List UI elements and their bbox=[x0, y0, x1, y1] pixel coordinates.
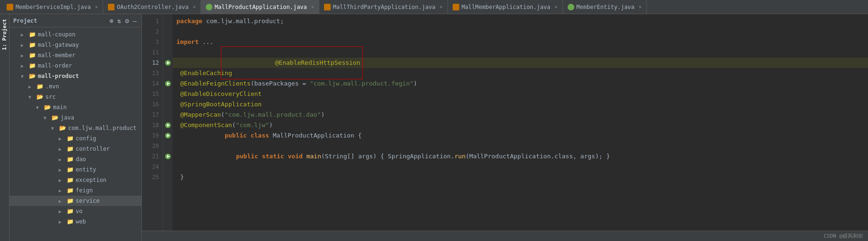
folder-open-icon: 📂 bbox=[28, 72, 36, 80]
close-icon[interactable]: × bbox=[95, 4, 98, 9]
leaf-gutter-icon bbox=[165, 60, 171, 66]
expand-arrow: ▶ bbox=[59, 157, 64, 162]
add-icon[interactable]: ⊕ bbox=[108, 17, 114, 25]
tree-item-config[interactable]: ▶ 📁 config bbox=[9, 133, 141, 144]
kw-static: static bbox=[262, 153, 288, 160]
main-layout: 1: Project Project ⊕ ⇅ ⚙ — ▶ 📁 mall-coup… bbox=[0, 14, 868, 241]
settings-icon[interactable]: ⚙ bbox=[124, 17, 130, 25]
line-num-3: 3 bbox=[142, 37, 159, 47]
tree-item-controller[interactable]: ▶ 📁 controller bbox=[9, 144, 141, 154]
tree-item-src[interactable]: ▼ 📂 src bbox=[9, 92, 141, 102]
code-editor[interactable]: 1 2 3 11 12 13 14 15 16 17 18 19 20 21 2… bbox=[142, 14, 868, 231]
code-content[interactable]: package com.ljw.mall.product; import ...… bbox=[173, 14, 868, 231]
close-sidebar-icon[interactable]: — bbox=[132, 17, 138, 25]
tree-item-mvn[interactable]: ▶ 📁 .mvn bbox=[9, 81, 141, 92]
tree-item-vo[interactable]: ▶ 📁 vo bbox=[9, 206, 141, 216]
tree-item-mall-order[interactable]: ▶ 📁 mall-order bbox=[9, 60, 141, 71]
gutter-18 bbox=[163, 120, 173, 130]
tree-label: java bbox=[61, 114, 74, 121]
code-line-21: public static void main(String[] args) {… bbox=[173, 151, 868, 162]
gutter-15 bbox=[163, 89, 173, 99]
line-num-12: 12 bbox=[142, 58, 159, 68]
tree-label: config bbox=[76, 135, 96, 142]
annotation-enable-caching: @EnableCaching bbox=[180, 69, 232, 77]
code-line-24 bbox=[173, 162, 868, 172]
collapse-icon[interactable]: ⇅ bbox=[116, 17, 122, 25]
folder-open-icon: 📂 bbox=[44, 103, 51, 111]
java-icon bbox=[7, 4, 13, 10]
expand-arrow: ▶ bbox=[59, 198, 64, 204]
run-gutter-icon[interactable] bbox=[165, 132, 171, 139]
tab-MemberServiceImpl[interactable]: MemberServiceImpl.java × bbox=[2, 0, 103, 14]
project-tab-label[interactable]: 1: Project bbox=[0, 17, 9, 52]
spring-icon bbox=[568, 4, 574, 10]
tree-item-entity[interactable]: ▶ 📁 entity bbox=[9, 164, 141, 175]
tree-item-com-ljw-mall-product[interactable]: ▼ 📂 com.ljw.mall.product bbox=[9, 123, 141, 133]
tree-label: entity bbox=[76, 166, 96, 173]
leaf-gutter-icon2 bbox=[165, 80, 171, 87]
expand-arrow: ▶ bbox=[59, 136, 64, 141]
folder-icon: 📁 bbox=[28, 62, 36, 69]
tab-OAuth2Controller[interactable]: OAuth2Controller.java × bbox=[103, 0, 201, 14]
expand-arrow: ▶ bbox=[21, 43, 26, 48]
line-num-1: 1 bbox=[142, 16, 159, 26]
tab-label: MallProductApplication.java bbox=[215, 4, 307, 10]
tree-item-web[interactable]: ▶ 📁 web bbox=[9, 216, 141, 227]
feign-params: (basePackages = bbox=[251, 80, 310, 87]
close-icon[interactable]: × bbox=[639, 4, 641, 9]
tree-item-service[interactable]: ▶ 📁 service bbox=[9, 196, 141, 206]
sidebar-tree[interactable]: ▶ 📁 mall-coupon ▶ 📁 mall-gateway ▶ 📁 mal… bbox=[9, 27, 141, 241]
tree-item-mall-gateway[interactable]: ▶ 📁 mall-gateway bbox=[9, 40, 141, 50]
tab-label: MallMemberApplication.java bbox=[462, 4, 551, 10]
tab-label: MemberServiceImpl.java bbox=[16, 4, 91, 10]
line-num-13: 13 bbox=[142, 68, 159, 78]
line-num-25: 25 bbox=[142, 172, 159, 182]
tree-item-feign[interactable]: ▶ 📁 feign bbox=[9, 185, 141, 196]
folder-icon: 📁 bbox=[66, 135, 74, 142]
tree-item-dao[interactable]: ▶ 📁 dao bbox=[9, 154, 141, 164]
gutter-21[interactable] bbox=[163, 151, 173, 162]
mapper-open: ( bbox=[221, 111, 225, 118]
left-panel: 1: Project Project ⊕ ⇅ ⚙ — ▶ 📁 mall-coup… bbox=[0, 14, 142, 241]
folder-icon: 📁 bbox=[36, 83, 44, 90]
status-label: CSDN @硕风和炬 bbox=[824, 232, 863, 240]
close-icon[interactable]: × bbox=[311, 4, 314, 9]
tree-item-mall-product[interactable]: ▼ 📂 mall-product bbox=[9, 71, 141, 81]
gutter-13 bbox=[163, 68, 173, 78]
folder-icon: 📁 bbox=[66, 187, 74, 194]
gutter-25 bbox=[163, 172, 173, 182]
close-icon[interactable]: × bbox=[440, 4, 443, 9]
close-icon[interactable]: × bbox=[554, 4, 557, 9]
gutter-19[interactable] bbox=[163, 130, 173, 141]
folder-open-icon: 📂 bbox=[36, 93, 44, 101]
tab-MallMemberApplication[interactable]: MallMemberApplication.java × bbox=[448, 0, 563, 14]
folder-icon: 📁 bbox=[28, 41, 36, 49]
tree-label: dao bbox=[76, 156, 86, 163]
expand-arrow: ▶ bbox=[21, 53, 26, 58]
tree-label: mall-gateway bbox=[38, 42, 79, 48]
run-gutter-icon2[interactable] bbox=[165, 153, 171, 160]
tree-item-mall-coupon[interactable]: ▶ 📁 mall-coupon bbox=[9, 29, 141, 40]
close-icon[interactable]: × bbox=[193, 4, 196, 9]
tab-MallProductApplication[interactable]: MallProductApplication.java × bbox=[201, 0, 319, 14]
tab-bar: MemberServiceImpl.java × OAuth2Controlle… bbox=[0, 0, 868, 14]
mapper-string: "com.ljw.mall.product.dao" bbox=[225, 111, 321, 118]
tree-label: .mvn bbox=[45, 83, 59, 90]
brace-close: } bbox=[180, 173, 184, 181]
expand-arrow: ▶ bbox=[59, 146, 64, 152]
folder-icon: 📁 bbox=[66, 145, 74, 153]
tree-item-mall-member[interactable]: ▶ 📁 mall-member bbox=[9, 50, 141, 60]
java-icon bbox=[453, 4, 459, 10]
tree-item-main[interactable]: ▼ 📂 main bbox=[9, 102, 141, 112]
expand-arrow: ▶ bbox=[59, 167, 64, 172]
tree-item-java[interactable]: ▼ 📂 java bbox=[9, 112, 141, 123]
line-num-15: 15 bbox=[142, 89, 159, 99]
status-bar: CSDN @硕风和炬 bbox=[142, 231, 868, 241]
tree-label: com.ljw.mall.product bbox=[68, 125, 137, 131]
gutter bbox=[163, 14, 173, 231]
folder-icon: 📁 bbox=[66, 166, 74, 173]
tab-MemberEntity[interactable]: MemberEntity.java × bbox=[563, 0, 647, 14]
tree-item-exception[interactable]: ▶ 📁 exception bbox=[9, 175, 141, 185]
expand-arrow: ▼ bbox=[44, 115, 49, 120]
tab-MallThirdPartyApplication[interactable]: MallThirdPartyApplication.java × bbox=[319, 0, 448, 14]
